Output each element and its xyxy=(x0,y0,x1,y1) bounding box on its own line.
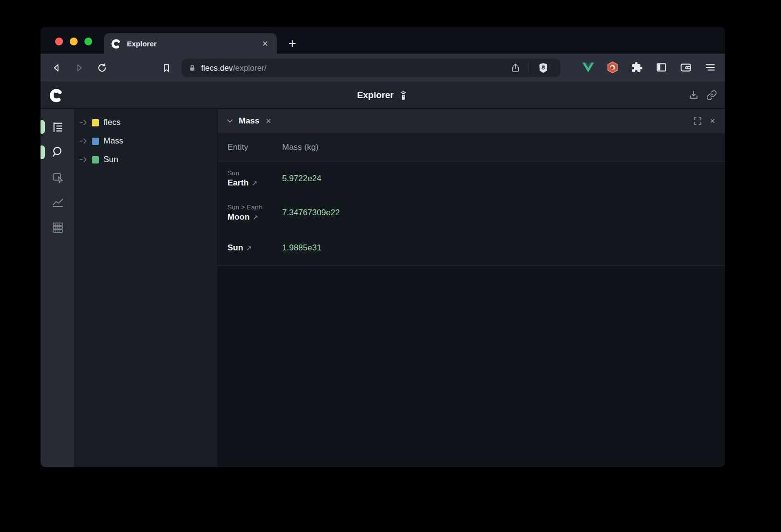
browser-toolbar: flecs.dev/explorer/ xyxy=(41,54,725,82)
brave-shields-icon[interactable] xyxy=(533,62,554,74)
vue-devtools-icon[interactable] xyxy=(580,60,596,75)
entity-parent-path: Sun > Earth xyxy=(227,204,282,211)
table-header-row: Entity Mass (kg) xyxy=(218,133,725,162)
search-icon xyxy=(51,145,64,159)
entity-link-arrow-icon: ↗ xyxy=(246,244,252,252)
column-header-value: Mass (kg) xyxy=(282,143,319,152)
entity-link[interactable]: Moon↗ xyxy=(227,212,282,222)
query-panel: Mass × × Entity Mass (kg) Sun Earth↗ xyxy=(217,109,725,467)
chevron-down-icon[interactable] xyxy=(226,117,234,125)
entity-color-square xyxy=(92,156,99,164)
query-panel-header: Mass × × xyxy=(218,109,725,133)
browser-tab-explorer[interactable]: Explorer × xyxy=(104,33,277,54)
tree-item-label: Mass xyxy=(103,136,123,146)
table-row[interactable]: Sun Earth↗ 5.9722e24 xyxy=(218,162,725,196)
entity-parent-path: Sun xyxy=(227,169,282,177)
memory-rows-icon xyxy=(51,221,64,234)
close-window-button[interactable] xyxy=(55,38,63,45)
table-row[interactable]: Sun > Earth Moon↗ 7.34767309e22 xyxy=(218,196,725,230)
sidebar-item-tree-view[interactable] xyxy=(49,118,66,136)
tree-item-label: Sun xyxy=(103,155,118,164)
tab-title: Explorer xyxy=(127,40,255,48)
bookmark-icon[interactable] xyxy=(159,61,174,75)
page-title: Explorer xyxy=(357,90,393,101)
hexagon-extension-icon[interactable] xyxy=(605,60,620,75)
sidebar-item-search[interactable] xyxy=(49,143,66,161)
entity-link-arrow-icon: ↗ xyxy=(251,179,257,187)
sidebar-item-inspector[interactable] xyxy=(49,168,66,187)
panel-indicator-pill-bottom[interactable] xyxy=(41,145,45,159)
url-host: flecs.dev xyxy=(201,63,233,73)
entity-tree-panel: flecs Mass Sun xyxy=(74,109,217,467)
share-icon[interactable] xyxy=(506,63,525,73)
expand-arrow-icon[interactable] xyxy=(80,157,87,163)
entity-color-square xyxy=(92,138,99,145)
table-row[interactable]: Sun↗ 1.9885e31 xyxy=(218,230,725,266)
query-results-table: Sun Earth↗ 5.9722e24 Sun > Earth Moon↗ 7… xyxy=(218,162,725,266)
window-controls xyxy=(55,38,92,45)
mass-value: 1.9885e31 xyxy=(282,243,321,253)
mass-value: 7.34767309e22 xyxy=(282,208,340,218)
entity-link-arrow-icon: ↗ xyxy=(252,213,258,221)
browser-window: Explorer × + flecs.dev/explorer/ xyxy=(41,27,725,467)
stats-chart-icon xyxy=(51,195,64,208)
toolbar-divider xyxy=(529,62,529,73)
content-area: flecs Mass Sun xyxy=(41,109,725,467)
app-header: Explorer xyxy=(41,82,725,108)
inspector-icon xyxy=(51,171,64,184)
lock-icon xyxy=(188,64,196,72)
tree-item-flecs[interactable]: flecs xyxy=(74,113,217,132)
sidebar-toggle-icon[interactable] xyxy=(654,60,669,75)
expand-arrow-icon[interactable] xyxy=(80,138,87,144)
mass-value: 5.9722e24 xyxy=(282,174,321,184)
left-icon-strip xyxy=(41,109,74,467)
expand-arrow-icon[interactable] xyxy=(80,120,87,125)
extensions-puzzle-icon[interactable] xyxy=(629,60,645,75)
entity-link[interactable]: Sun↗ xyxy=(227,243,282,253)
sidebar-item-memory[interactable] xyxy=(49,218,66,237)
zoom-window-button[interactable] xyxy=(84,38,92,45)
forward-button[interactable] xyxy=(72,61,86,75)
minimize-window-button[interactable] xyxy=(70,38,78,45)
query-title: Mass xyxy=(239,116,260,126)
remote-connection-icon[interactable] xyxy=(398,89,409,101)
panel-close-icon[interactable]: × xyxy=(710,116,715,126)
entity-color-square xyxy=(92,119,99,126)
url-path: /explorer/ xyxy=(233,63,267,73)
wallet-icon[interactable] xyxy=(678,60,694,75)
tree-view-icon xyxy=(51,121,64,134)
address-bar[interactable]: flecs.dev/explorer/ xyxy=(182,59,560,77)
tree-item-label: flecs xyxy=(103,118,121,127)
entity-link[interactable]: Earth↗ xyxy=(227,178,282,188)
copy-link-icon[interactable] xyxy=(706,90,717,101)
tree-item-sun[interactable]: Sun xyxy=(74,150,217,169)
tab-close-icon[interactable]: × xyxy=(260,38,270,49)
back-button[interactable] xyxy=(49,61,64,75)
new-tab-button[interactable]: + xyxy=(285,35,300,52)
panel-indicator-pill-top[interactable] xyxy=(41,120,45,134)
extensions-row xyxy=(580,60,718,75)
tab-bar: Explorer × + xyxy=(41,27,725,54)
flecs-favicon xyxy=(111,38,122,49)
tree-item-mass[interactable]: Mass xyxy=(74,132,217,150)
sidebar-item-stats[interactable] xyxy=(49,192,66,211)
query-close-icon[interactable]: × xyxy=(266,116,271,126)
reload-button[interactable] xyxy=(95,61,109,75)
fullscreen-icon[interactable] xyxy=(693,117,702,125)
browser-menu-icon[interactable] xyxy=(702,60,718,75)
download-icon[interactable] xyxy=(688,90,699,101)
column-header-entity: Entity xyxy=(218,143,282,152)
